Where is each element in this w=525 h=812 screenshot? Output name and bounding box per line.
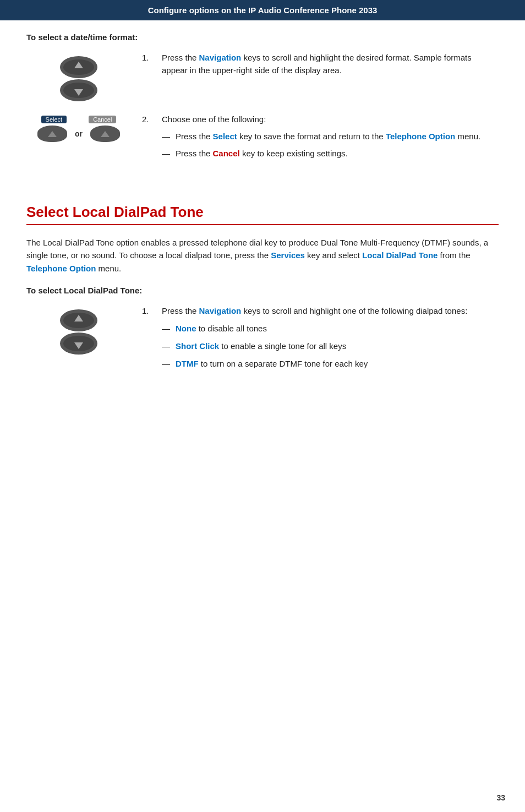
s2-b3-after: to turn on a separate DTMF tone for each… — [199, 359, 368, 368]
b2-kw-cancel: Cancel — [213, 149, 240, 158]
b2-after: key to keep existing settings. — [240, 149, 348, 158]
s2-b1-kw-none: None — [176, 324, 196, 333]
s2-step1-text: Press the Navigation keys to scroll and … — [162, 306, 467, 315]
s2-step1-wrapper: 1. Press the Navigation keys to scroll a… — [142, 305, 499, 375]
header-title: Configure options on the IP Audio Confer… — [148, 6, 378, 15]
step2-intro: Choose one of the following: — [162, 115, 266, 124]
s2-s1-after: keys to scroll and highlight one of the … — [241, 306, 467, 315]
s2-s1-kw-nav: Navigation — [199, 306, 242, 315]
step1-before: Press the — [162, 53, 199, 62]
section2-heading: Select Local DialPad Tone — [26, 204, 499, 221]
soft-keys-row: or — [37, 126, 120, 142]
s2-s1-before: Press the — [162, 306, 199, 315]
page-number: 33 — [496, 793, 505, 802]
select-label: Select — [41, 116, 67, 123]
s2-bullet3: — DTMF to turn on a separate DTMF tone f… — [162, 358, 499, 370]
s2-b2-kw-short: Short Click — [176, 341, 219, 351]
s2-body-mid: key and select — [305, 250, 362, 260]
s2-kw-local: Local DialPad Tone — [362, 250, 438, 260]
content-area: To select a date/time format: 1. — [0, 32, 525, 435]
section2-label: To select Local DialPad Tone: — [26, 286, 499, 295]
page-container: Configure options on the IP Audio Confer… — [0, 0, 525, 812]
section1-label: To select a date/time format: — [26, 32, 499, 42]
step2-content: 2. Choose one of the following: — Press … — [131, 113, 499, 182]
select-arrow — [48, 131, 57, 137]
step1-image — [26, 52, 131, 103]
soft-key-labels: Select Cancel — [41, 116, 117, 123]
step2-row: Select Cancel or 2. — [26, 113, 499, 182]
step2-bullets: — Press the Select key to save the forma… — [162, 130, 499, 160]
cancel-arrow — [101, 131, 110, 137]
step1-text: Press the Navigation keys to scroll and … — [162, 53, 472, 75]
nav-keys-graphic — [54, 54, 103, 103]
b1-kw-select: Select — [213, 132, 237, 141]
s2-kw-tel: Telephone Option — [26, 264, 96, 273]
b1-before: Press the — [176, 132, 213, 141]
step1-row: 1. Press the Navigation keys to scroll a… — [26, 52, 499, 103]
step2-wrapper: 2. Choose one of the following: — Press … — [142, 113, 499, 165]
b1-end: menu. — [455, 132, 480, 141]
step1-body: Press the Navigation keys to scroll and … — [162, 52, 499, 77]
b1-after: key to save the format and return to the — [237, 132, 386, 141]
step2-image: Select Cancel or — [26, 113, 131, 142]
select-btn-graphic — [37, 126, 67, 142]
s2-step1-body: Press the Navigation keys to scroll and … — [162, 305, 499, 375]
bullet1: — Press the Select key to save the forma… — [162, 130, 499, 143]
step2-body: Choose one of the following: — Press the… — [162, 113, 499, 165]
cancel-btn-graphic — [90, 126, 120, 142]
s2-step1-content: 1. Press the Navigation keys to scroll a… — [131, 305, 499, 392]
cancel-label: Cancel — [89, 116, 116, 123]
s2-body-end: from the — [438, 250, 470, 260]
s2-nav-keys-graphic — [54, 307, 103, 357]
s2-step1-bullets: — None to disable all tones — Short Clic… — [162, 323, 499, 369]
s2-b1-after: to disable all tones — [196, 324, 267, 333]
step1-wrapper: 1. Press the Navigation keys to scroll a… — [142, 52, 499, 77]
step2-number: 2. — [142, 113, 162, 124]
s2-b3-kw-dtmf: DTMF — [176, 359, 199, 368]
bullet2: — Press the Cancel key to keep existing … — [162, 148, 499, 160]
section2-divider — [26, 224, 499, 225]
s2-b2-after: to enable a single tone for all keys — [219, 341, 346, 351]
section2-body: The Local DialPad Tone option enables a … — [26, 236, 499, 275]
s2-kw-services: Services — [271, 250, 305, 260]
soft-keys-graphic: Select Cancel or — [37, 116, 120, 142]
s2-body-final: menu. — [96, 264, 121, 273]
step1-number: 1. — [142, 52, 162, 62]
step1-kw-nav: Navigation — [199, 53, 242, 62]
step1-content: 1. Press the Navigation keys to scroll a… — [131, 52, 499, 93]
or-text: or — [75, 129, 83, 138]
b1-kw-tel: Telephone Option — [386, 132, 455, 141]
s2-step1-image — [26, 305, 131, 357]
header-bar: Configure options on the IP Audio Confer… — [0, 0, 525, 20]
s2-step1-number: 1. — [142, 305, 162, 315]
s2-step1-row: 1. Press the Navigation keys to scroll a… — [26, 305, 499, 392]
s2-bullet2: — Short Click to enable a single tone fo… — [162, 340, 499, 352]
b2-before: Press the — [176, 149, 213, 158]
s2-bullet1: — None to disable all tones — [162, 323, 499, 335]
